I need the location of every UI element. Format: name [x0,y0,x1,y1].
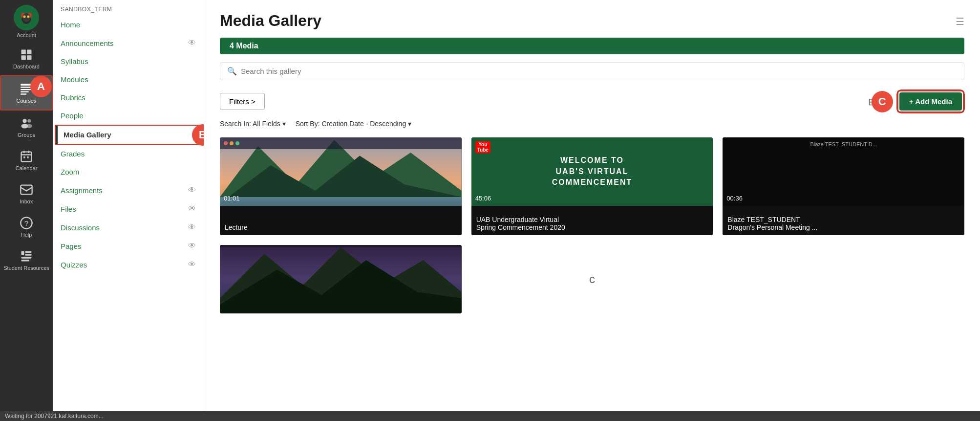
help-icon: ? [20,216,33,230]
media-count-badge: 4 Media [220,38,964,54]
media-card-info-uab: UAB Undergraduate VirtualSpring Commence… [471,212,713,235]
sidebar-item-student-resources[interactable]: Student Resources [0,244,53,277]
svg-rect-14 [21,91,28,92]
student-resources-icon [20,249,33,263]
nav-item-people[interactable]: People [53,107,204,125]
media-thumb-lecture: 01:01 [220,137,462,206]
search-in-dropdown[interactable]: Search In: All Fields ▾ [220,120,286,128]
nav-item-discussions[interactable]: Discussions 👁 [53,218,204,237]
media-grid: 01:01 Lecture YouTube WELCOME TOUAB'S VI… [220,137,964,235]
dashboard-icon [20,48,33,62]
annotation-a: A [30,76,52,97]
eye-icon-pages: 👁 [188,242,196,250]
svg-point-16 [22,119,26,123]
annotation-c: C [872,91,893,112]
filters-row: Filters > ⊞ ☰ C + Add Media [220,90,964,113]
eye-icon-discussions: 👁 [188,223,196,232]
icon-sidebar: Account Dashboard Courses Groups [0,0,53,421]
media-grid-row2: c [220,245,964,313]
svg-rect-31 [25,254,32,256]
main-content: Media Gallery ☰ 4 Media 🔍 Filters > ⊞ ☰ … [204,0,980,421]
svg-rect-32 [21,257,32,259]
media-card-partial[interactable] [220,245,462,313]
media-thumb-uab: YouTube WELCOME TOUAB'S VIRTUALCOMMENCEM… [471,137,713,206]
inbox-icon [20,183,33,197]
sort-by-dropdown[interactable]: Sort By: Creation Date - Descending ▾ [296,120,411,128]
nav-item-zoom[interactable]: Zoom [53,163,204,181]
dashboard-label: Dashboard [13,64,40,69]
eye-icon-announcements: 👁 [188,39,196,47]
account-avatar [14,5,39,30]
svg-rect-26 [21,185,32,195]
eye-icon-files: 👁 [188,204,196,213]
nav-item-syllabus[interactable]: Syllabus [53,52,204,70]
help-label: Help [21,232,32,238]
hamburger-icon[interactable]: ☰ [956,16,964,27]
search-sort-row: Search In: All Fields ▾ Sort By: Creatio… [220,120,964,128]
svg-rect-25 [27,156,28,158]
partial-card-c: c [471,245,713,313]
media-card-blaze[interactable]: Blaze TEST_STUDENT D... 00:36 Blaze TEST… [723,137,964,235]
uab-overlay-text: WELCOME TOUAB'S VIRTUALCOMMENCEMENT [552,155,632,188]
account-label: Account [17,32,36,38]
svg-point-5 [23,16,26,18]
nav-item-files[interactable]: Files 👁 [53,199,204,218]
groups-icon [20,116,33,130]
chevron-down-icon-sort: ▾ [408,120,411,128]
view-controls: ⊞ ☰ C + Add Media [868,90,964,113]
search-input[interactable] [241,67,957,75]
svg-rect-8 [27,50,31,54]
status-text: Waiting for 2007921.kaf.kaltura.com... [5,413,104,420]
student-resources-label: Student Resources [3,265,49,271]
nav-item-media-gallery[interactable]: Media Gallery [56,126,201,144]
account-avatar-icon [17,8,36,27]
svg-rect-9 [21,55,26,60]
media-title-lecture: Lecture [225,223,457,231]
nav-item-grades[interactable]: Grades [53,145,204,163]
nav-item-modules[interactable]: Modules [53,70,204,89]
sidebar-item-groups[interactable]: Groups [0,111,53,144]
sidebar-item-calendar[interactable]: Calendar [0,144,53,177]
eye-icon-quizzes: 👁 [188,260,196,269]
nav-item-pages[interactable]: Pages 👁 [53,237,204,255]
media-card-lecture[interactable]: 01:01 Lecture [220,137,462,235]
account-item[interactable]: Account [11,0,42,42]
svg-rect-15 [21,93,26,94]
calendar-label: Calendar [16,165,38,171]
svg-rect-33 [21,260,29,262]
sidebar-item-dashboard[interactable]: Dashboard [0,42,53,75]
nav-item-announcements[interactable]: Announcements 👁 [53,34,204,52]
svg-point-19 [26,124,32,128]
media-card-uab[interactable]: YouTube WELCOME TOUAB'S VIRTUALCOMMENCEM… [471,137,713,235]
page-header: Media Gallery ☰ [220,12,964,30]
term-label: SANDBOX_TERM [53,0,204,16]
media-card-info-lecture: Lecture [220,220,462,235]
svg-rect-10 [27,55,31,60]
eye-icon-assignments: 👁 [188,186,196,195]
nav-item-rubrics[interactable]: Rubrics [53,89,204,107]
svg-rect-29 [21,251,24,255]
nav-item-assignments[interactable]: Assignments 👁 [53,181,204,199]
sidebar-item-inbox[interactable]: Inbox [0,177,53,210]
svg-rect-37 [220,197,462,206]
sidebar-item-help[interactable]: ? Help [0,210,53,244]
nav-item-quizzes[interactable]: Quizzes 👁 [53,255,204,274]
inbox-label: Inbox [20,199,33,204]
svg-point-4 [22,13,30,22]
media-title-uab: UAB Undergraduate VirtualSpring Commence… [476,216,708,231]
media-thumb-blaze: Blaze TEST_STUDENT D... 00:36 [723,137,964,206]
nav-item-home[interactable]: Home [53,16,204,34]
svg-text:?: ? [24,219,28,227]
search-bar[interactable]: 🔍 [220,62,964,80]
groups-label: Groups [18,132,35,138]
svg-point-6 [27,16,30,18]
filters-button[interactable]: Filters > [220,93,265,110]
svg-point-17 [27,119,31,123]
calendar-icon [20,150,33,163]
chevron-down-icon: ▾ [282,120,286,128]
media-title-blaze: Blaze TEST_STUDENTDragon's Personal Meet… [727,216,959,231]
svg-rect-7 [21,50,26,54]
add-media-button[interactable]: + Add Media [899,92,962,111]
youtube-badge: YouTube [475,141,490,153]
svg-rect-30 [25,251,32,253]
